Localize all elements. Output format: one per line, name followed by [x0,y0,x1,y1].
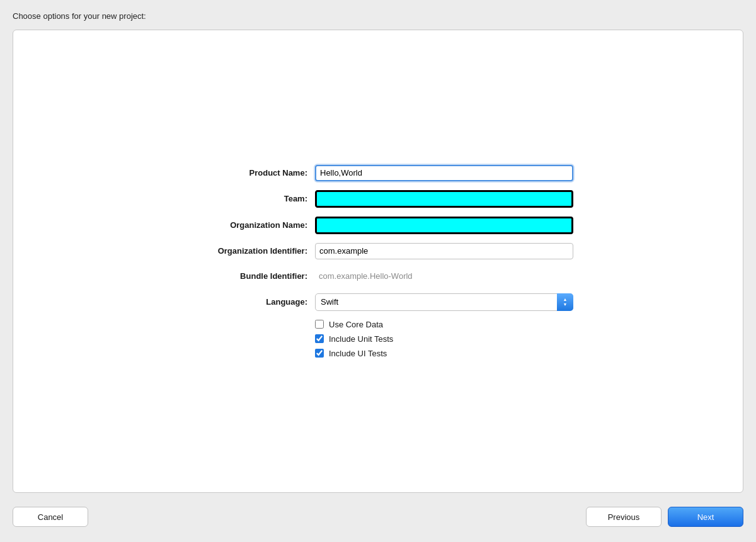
team-input[interactable] [315,190,573,208]
bottom-bar: Cancel Previous Next [13,504,743,529]
cancel-button[interactable]: Cancel [13,507,88,527]
previous-button[interactable]: Previous [586,507,662,527]
checkbox-group: Use Core Data Include Unit Tests Include… [315,320,573,358]
org-id-input[interactable] [315,243,573,259]
ui-tests-checkbox[interactable] [315,349,324,358]
core-data-label: Use Core Data [329,320,383,329]
unit-tests-label: Include Unit Tests [329,334,393,344]
language-row: Language: Swift Objective-C [183,293,573,311]
main-panel: Product Name: Team: Organization Name: O… [13,30,743,493]
page-title: Choose options for your new project: [13,11,743,21]
team-row: Team: [183,190,573,208]
bundle-id-row: Bundle Identifier: com.example.Hello-Wor… [183,268,573,285]
bundle-id-label: Bundle Identifier: [183,271,315,281]
right-buttons: Previous Next [586,507,743,527]
product-name-row: Product Name: [183,165,573,181]
org-id-row: Organization Identifier: [183,243,573,259]
team-label: Team: [183,194,315,203]
language-select[interactable]: Swift Objective-C [315,293,573,311]
org-id-label: Organization Identifier: [183,246,315,256]
ui-tests-label: Include UI Tests [329,349,387,358]
product-name-label: Product Name: [183,168,315,178]
core-data-checkbox[interactable] [315,320,324,329]
unit-tests-row[interactable]: Include Unit Tests [315,334,573,344]
org-name-input[interactable] [315,217,573,234]
bundle-id-value: com.example.Hello-World [315,268,573,285]
ui-tests-row[interactable]: Include UI Tests [315,349,573,358]
org-name-label: Organization Name: [183,220,315,230]
language-select-wrapper: Swift Objective-C [315,293,573,311]
org-name-row: Organization Name: [183,217,573,234]
form-container: Product Name: Team: Organization Name: O… [183,165,573,358]
unit-tests-checkbox[interactable] [315,334,324,343]
next-button[interactable]: Next [668,507,743,527]
core-data-row[interactable]: Use Core Data [315,320,573,329]
language-label: Language: [183,297,315,307]
product-name-input[interactable] [315,165,573,181]
